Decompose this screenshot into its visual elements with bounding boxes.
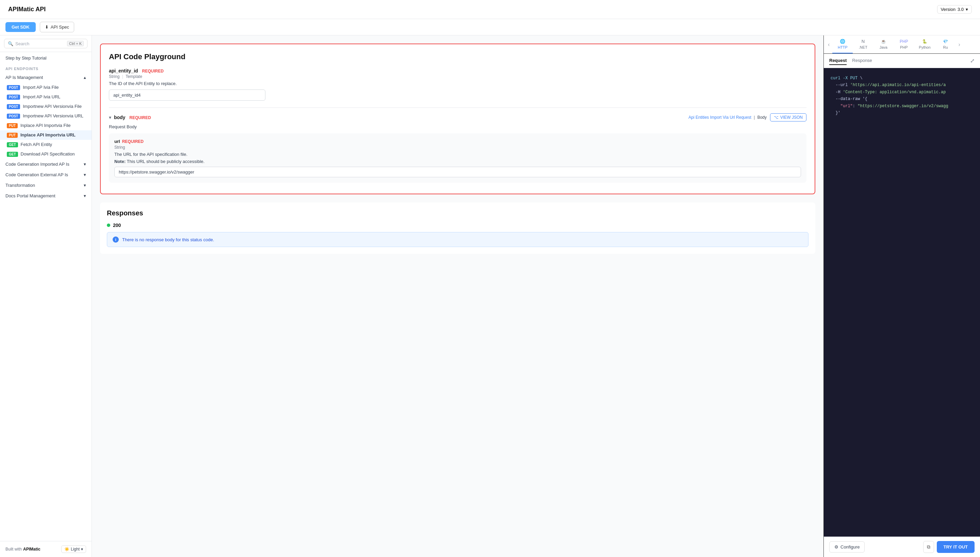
nested-param-url: url REQUIRED String The URL for the API … — [109, 134, 806, 183]
body-header-right: Api Entities Import Via Url Request | Bo… — [689, 113, 806, 122]
tab-java[interactable]: ☕ Java — [873, 36, 894, 54]
tab-response[interactable]: Response — [852, 57, 872, 65]
search-icon: 🔍 — [8, 41, 13, 46]
response-dot-green — [107, 223, 110, 227]
sidebar-group-label: Code Generation Imported AP Is — [5, 161, 69, 167]
api-entity-id-input[interactable] — [109, 90, 265, 101]
sidebar-item-label: Download API Specification — [21, 151, 75, 156]
sidebar-group-header-api-management[interactable]: AP Is Management ▴ — [0, 72, 91, 83]
search-shortcut: Ctrl + K — [67, 41, 84, 46]
method-badge-post: POST — [7, 114, 20, 119]
version-label: Version — [941, 7, 956, 12]
sidebar-item-download-spec[interactable]: GET Download API Specification — [0, 149, 91, 159]
sidebar-group-header-docs-portal[interactable]: Docs Portal Management ▾ — [0, 191, 91, 201]
code-icon: ⌥ — [774, 115, 778, 120]
response-code-label: 200 — [113, 223, 121, 228]
chevron-down-icon: ▾ — [84, 193, 86, 199]
tab-php[interactable]: PHP PHP — [894, 36, 914, 54]
sidebar-item-label: Inplace API Importvia URL — [20, 132, 75, 137]
theme-label: Light — [71, 547, 80, 552]
sidebar-step-by-step[interactable]: Step by Step Tutorial — [0, 52, 91, 64]
lang-tabs: ‹ 🌐 HTTP N .NET ☕ Java PHP PHP 🐍 Python — [824, 36, 980, 54]
code-line-6: }' — [830, 109, 973, 116]
method-badge-put: PUT — [7, 123, 18, 128]
sidebar-item-import-version-file[interactable]: POST Importnew API Versionvia File — [0, 102, 91, 111]
tab-http[interactable]: 🌐 HTTP — [832, 36, 853, 54]
url-input[interactable] — [114, 167, 801, 177]
param-type: String | Template — [109, 74, 806, 79]
tab-net-label: .NET — [859, 45, 868, 49]
param-desc: The ID of the API Entity to replace. — [109, 81, 806, 86]
sub-bar: Get SDK ⬇ API Spec — [0, 19, 980, 36]
sidebar-group-label: Transformation — [5, 183, 35, 188]
sidebar-section-api-endpoints: API ENDPOINTS — [0, 64, 91, 72]
lang-nav-next[interactable]: › — [956, 39, 963, 50]
code-line-3: -H 'Content-Type: application/vnd.apimat… — [830, 89, 973, 96]
tab-net[interactable]: N .NET — [853, 36, 873, 54]
php-icon: PHP — [900, 39, 908, 44]
response-info-message: There is no response body for this statu… — [122, 237, 214, 242]
body-required-badge: REQUIRED — [129, 116, 151, 120]
sidebar: 🔍 Search Ctrl + K Step by Step Tutorial … — [0, 36, 92, 557]
body-header: ▾ body REQUIRED Api Entities Import Via … — [109, 113, 806, 122]
python-icon: 🐍 — [922, 39, 927, 44]
sidebar-item-inplace-url[interactable]: PUT Inplace API Importvia URL — [0, 130, 91, 140]
version-selector[interactable]: Version 3.0 ▾ — [937, 5, 972, 14]
param-block-api-entity-id: api_entity_id REQUIRED String | Template… — [109, 68, 806, 101]
view-json-button[interactable]: ⌥ VIEW JSON — [770, 113, 806, 122]
top-bar: APIMatic API Version 3.0 ▾ — [0, 0, 980, 19]
sidebar-group-header-code-gen-external[interactable]: Code Generation External AP Is ▾ — [0, 169, 91, 180]
net-icon: N — [861, 39, 864, 44]
configure-button[interactable]: ⚙ Configure — [829, 541, 864, 552]
divider — [109, 107, 806, 108]
footer-actions: ⧉ TRY IT OUT — [923, 541, 975, 553]
sidebar-group-label: Docs Portal Management — [5, 193, 55, 199]
try-it-out-button[interactable]: TRY IT OUT — [937, 541, 975, 553]
sidebar-group-label: Code Generation External AP Is — [5, 172, 68, 177]
theme-selector[interactable]: ☀️ Light ▾ — [61, 546, 86, 553]
java-icon: ☕ — [881, 39, 886, 44]
tab-ruby[interactable]: 💎 Ru — [935, 36, 956, 54]
copy-button[interactable]: ⧉ — [923, 541, 934, 553]
search-input[interactable]: 🔍 Search Ctrl + K — [4, 39, 88, 48]
sidebar-group-header-code-gen-imported[interactable]: Code Generation Imported AP Is ▾ — [0, 159, 91, 169]
tab-ruby-label: Ru — [943, 45, 948, 49]
sidebar-group-header-transformation[interactable]: Transformation ▾ — [0, 180, 91, 191]
search-bar: 🔍 Search Ctrl + K — [0, 36, 91, 52]
tab-http-label: HTTP — [838, 45, 848, 49]
sidebar-item-import-file[interactable]: POST Import AP Ivia File — [0, 83, 91, 92]
code-line-2: --url 'https://api.apimatic.io/api-entit… — [830, 81, 973, 88]
tab-python[interactable]: 🐍 Python — [914, 36, 935, 54]
sidebar-item-fetch-entity[interactable]: GET Fetch API Entity — [0, 140, 91, 149]
copy-icon: ⧉ — [927, 544, 930, 549]
api-spec-button[interactable]: ⬇ API Spec — [40, 22, 74, 32]
search-placeholder: Search — [15, 41, 67, 46]
gear-icon: ⚙ — [834, 544, 838, 549]
ruby-icon: 💎 — [943, 39, 948, 44]
sidebar-item-import-url[interactable]: POST Import AP Ivia URL — [0, 92, 91, 102]
api-spec-label: API Spec — [51, 24, 69, 29]
method-badge-post: POST — [7, 85, 20, 90]
method-badge-get: GET — [7, 142, 18, 147]
nested-param-note: Note: This URL should be publicly access… — [114, 159, 801, 164]
method-badge-get: GET — [7, 152, 18, 157]
get-sdk-button[interactable]: Get SDK — [5, 22, 36, 32]
tab-request[interactable]: Request — [829, 57, 847, 65]
lang-nav-prev[interactable]: ‹ — [825, 39, 832, 50]
sidebar-item-import-version-url[interactable]: POST Importnew API Versionvia URL — [0, 111, 91, 121]
tab-python-label: Python — [919, 45, 930, 49]
response-info-box: i There is no response body for this sta… — [107, 232, 809, 247]
request-response-tabs: Request Response ⤢ — [824, 54, 980, 68]
sidebar-item-label: Fetch API Entity — [21, 142, 52, 147]
chevron-down-icon: ▾ — [84, 161, 86, 167]
body-desc: Request Body — [109, 124, 806, 129]
sidebar-footer-brand: Built with APIMatic — [5, 547, 41, 552]
responses-title: Responses — [107, 209, 809, 217]
code-line-5: "url": "https://petstore.swagger.io/v2/s… — [830, 103, 973, 109]
expand-button[interactable]: ⤢ — [970, 57, 975, 64]
sidebar-item-inplace-file[interactable]: PUT Inplace API Importvia File — [0, 121, 91, 130]
body-section: ▾ body REQUIRED Api Entities Import Via … — [109, 113, 806, 183]
body-type-info: Api Entities Import Via Url Request | Bo… — [689, 115, 767, 120]
version-value: 3.0 — [957, 7, 964, 12]
nested-param-desc: The URL for the API specification file. — [114, 152, 801, 157]
